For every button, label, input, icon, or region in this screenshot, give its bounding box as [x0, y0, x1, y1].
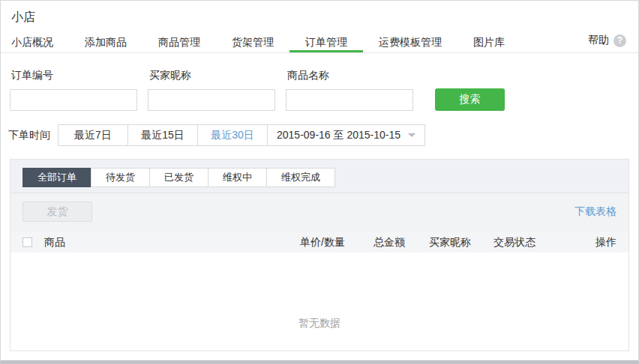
main-nav: 小店概况 添加商品 商品管理 货架管理 订单管理 运费模板管理 图片库 帮助 ?: [1, 31, 638, 53]
orders-panel: 全部订单 待发货 已发货 维权中 维权完成 发货 下载表格 商品 单价/数量 总…: [10, 159, 629, 351]
tab-pending-shipment[interactable]: 待发货: [91, 168, 150, 187]
download-table-link[interactable]: 下载表格: [574, 201, 616, 222]
buyer-nickname-input[interactable]: [148, 89, 275, 111]
nav-items: 小店概况 添加商品 商品管理 货架管理 订单管理 运费模板管理 图片库: [1, 33, 520, 52]
tab-dispute-in-progress[interactable]: 维权中: [208, 168, 267, 187]
tab-dispute-completed[interactable]: 维权完成: [266, 168, 335, 187]
order-number-label: 订单编号: [11, 69, 137, 82]
buyer-nickname-label: 买家昵称: [149, 69, 275, 82]
order-status-tabs: 全部订单 待发货 已发货 维权中 维权完成: [10, 160, 628, 193]
time-filter-label: 下单时间: [8, 129, 50, 142]
nav-item-product-manage[interactable]: 商品管理: [142, 33, 216, 52]
buyer-nickname-field-group: 买家昵称: [148, 69, 275, 111]
nav-item-shelf-manage[interactable]: 货架管理: [216, 33, 290, 52]
help-link[interactable]: 帮助 ?: [588, 31, 626, 50]
column-trade-status: 交易状态: [494, 236, 564, 249]
orders-table-body: 暂无数据: [10, 252, 628, 351]
nav-item-add-product[interactable]: 添加商品: [69, 33, 142, 52]
actions-row: 发货 下载表格: [10, 193, 628, 232]
date-range-value: 2015-09-16 至 2015-10-15: [277, 125, 400, 145]
time-opt-last-15-days[interactable]: 最近15日: [128, 125, 198, 145]
help-question-icon: ?: [614, 34, 626, 47]
shop-admin-window: 小店 小店概况 添加商品 商品管理 货架管理 订单管理 运费模板管理 图片库 帮…: [0, 0, 639, 364]
nav-item-order-manage[interactable]: 订单管理: [290, 33, 363, 52]
ship-button[interactable]: 发货: [22, 201, 92, 222]
order-number-input[interactable]: [10, 89, 137, 111]
product-name-input[interactable]: [286, 89, 413, 111]
time-opt-last-7-days[interactable]: 最近7日: [58, 125, 128, 145]
nav-item-image-library[interactable]: 图片库: [458, 33, 520, 52]
nav-item-freight-template[interactable]: 运费模板管理: [363, 33, 458, 52]
product-name-label: 商品名称: [287, 69, 413, 82]
product-name-field-group: 商品名称: [286, 69, 413, 111]
chevron-down-icon: [408, 133, 416, 137]
date-range-picker[interactable]: 2015-09-16 至 2015-10-15: [268, 125, 424, 145]
order-search-form: 订单编号 买家昵称 商品名称 搜索: [1, 53, 638, 111]
tab-all-orders[interactable]: 全部订单: [22, 168, 92, 187]
column-buyer-nick: 买家昵称: [429, 236, 494, 249]
column-product: 商品: [44, 236, 300, 249]
column-total-amount: 总金额: [374, 236, 429, 249]
time-filter: 下单时间 最近7日 最近15日 最近30日 2015-09-16 至 2015-…: [8, 124, 628, 146]
search-button[interactable]: 搜索: [435, 88, 505, 111]
time-filter-segment: 最近7日 最近15日 最近30日 2015-09-16 至 2015-10-15: [58, 124, 425, 146]
empty-state-text: 暂无数据: [10, 317, 628, 330]
page-header: 小店: [1, 1, 638, 31]
time-opt-last-30-days[interactable]: 最近30日: [198, 125, 268, 145]
help-label: 帮助: [588, 34, 609, 47]
tab-shipped[interactable]: 已发货: [149, 168, 208, 187]
column-price-qty: 单价/数量: [300, 236, 374, 249]
nav-item-shop-overview[interactable]: 小店概况: [1, 33, 69, 52]
column-operation: 操作: [564, 236, 616, 249]
orders-table-header: 商品 单价/数量 总金额 买家昵称 交易状态 操作: [10, 232, 628, 252]
select-all-checkbox[interactable]: [22, 237, 32, 247]
order-number-field-group: 订单编号: [10, 69, 137, 111]
page-title: 小店: [11, 10, 628, 25]
